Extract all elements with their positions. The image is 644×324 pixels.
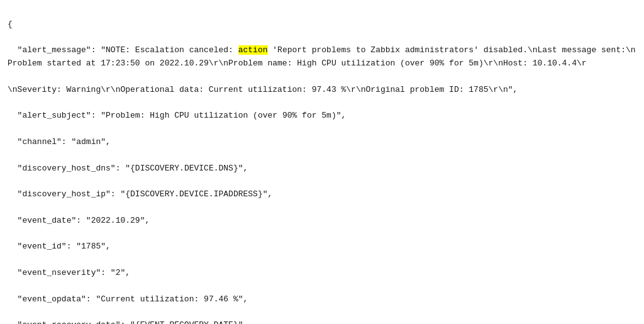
event-id-line: "event_id": "1785", (8, 240, 636, 254)
json-viewer: { "alert_message": "NOTE: Escalation can… (0, 0, 644, 324)
event-nseverity-line: "event_nseverity": "2", (8, 267, 636, 280)
event-opdata-line: "event_opdata": "Current utilization: 97… (8, 293, 636, 306)
discovery-host-ip-line: "discovery_host_ip": "{DISCOVERY.DEVICE.… (8, 188, 636, 201)
open-brace: { (8, 18, 636, 31)
alert-message-cont1: \nSeverity: Warning\r\nOperational data:… (8, 84, 636, 97)
alert-subject-line: "alert_subject": "Problem: High CPU util… (8, 109, 636, 123)
alert-message-line: "alert_message": "NOTE: Escalation cance… (8, 44, 636, 70)
event-date-line: "event_date": "2022.10.29", (8, 215, 636, 228)
discovery-host-dns-line: "discovery_host_dns": "{DISCOVERY.DEVICE… (8, 162, 636, 176)
channel-line: "channel": "admin", (8, 136, 636, 149)
event-recovery-date-line: "event_recovery_date": "{EVENT.RECOVERY.… (8, 319, 636, 324)
